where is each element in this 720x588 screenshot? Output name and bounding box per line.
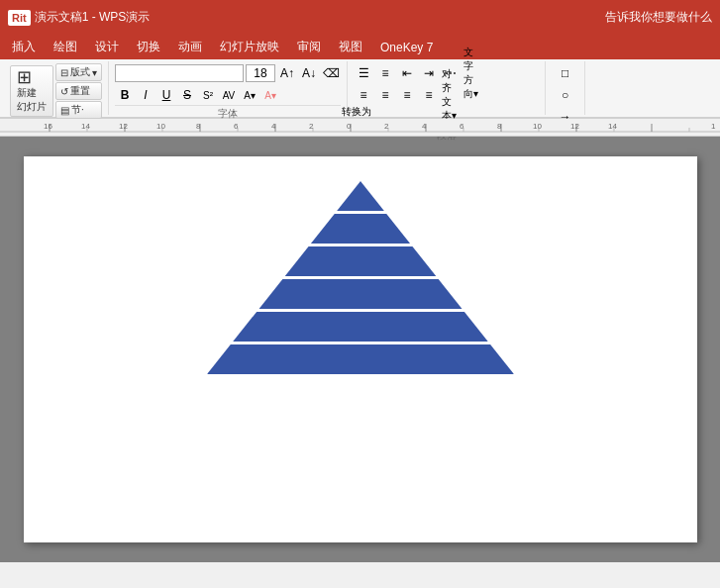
svg-rect-47 xyxy=(192,276,529,279)
svg-text:8: 8 xyxy=(497,122,502,131)
shape1-button[interactable]: □ xyxy=(556,63,575,83)
section-icon: ▤ xyxy=(60,105,69,116)
shadow-button[interactable]: S² xyxy=(198,85,218,105)
svg-rect-50 xyxy=(192,181,207,379)
main-editing-area[interactable] xyxy=(0,137,720,562)
svg-text:10: 10 xyxy=(156,122,165,131)
align-center-button[interactable]: ≡ xyxy=(375,85,395,105)
new-slide-button[interactable]: ⊞ 新建 幻灯片 xyxy=(10,65,53,117)
svg-text:12: 12 xyxy=(570,122,579,131)
section-button[interactable]: ▤节· xyxy=(55,101,102,119)
svg-text:1: 1 xyxy=(711,122,716,131)
ribbon-group-paragraph: ☰ ≡ ⇤ ⇥ ⋯ 文字方向▾ ≡ ≡ ≡ ≡ 对齐文本▾ 转换为 SmartA… xyxy=(348,61,546,115)
menu-animation[interactable]: 动画 xyxy=(170,37,210,57)
strikethrough-button[interactable]: S xyxy=(177,85,197,105)
font-size-input[interactable] xyxy=(246,64,275,82)
menu-draw[interactable]: 绘图 xyxy=(46,37,85,57)
align-text-button[interactable]: 对齐文本▾ xyxy=(441,85,461,105)
layout-icon: ⊟ xyxy=(60,67,68,78)
new-slide-label: 新建 xyxy=(17,86,47,100)
svg-text:0: 0 xyxy=(347,122,352,131)
svg-text:2: 2 xyxy=(309,122,314,131)
svg-rect-46 xyxy=(192,244,529,246)
font-grow-button[interactable]: A↑ xyxy=(277,63,297,83)
svg-rect-48 xyxy=(192,309,529,312)
pyramid-shape xyxy=(192,181,529,538)
slide-content xyxy=(192,181,529,538)
menu-review[interactable]: 审阅 xyxy=(289,37,329,57)
bullet-list-button[interactable]: ☰ xyxy=(354,63,373,83)
font-color-picker-button[interactable]: A▾ xyxy=(240,85,259,105)
menu-view[interactable]: 视图 xyxy=(331,37,370,57)
svg-text:12: 12 xyxy=(119,122,128,131)
new-slide-label2: 幻灯片 xyxy=(17,100,47,114)
menu-slideshow[interactable]: 幻灯片放映 xyxy=(212,37,287,57)
title-bar: Rit 演示文稿1 - WPS演示 告诉我你想要做什么 xyxy=(0,0,720,35)
app-logo: Rit xyxy=(8,10,31,26)
menu-transition[interactable]: 切换 xyxy=(129,37,168,57)
svg-rect-51 xyxy=(514,181,529,379)
help-hint[interactable]: 告诉我你想要做什么 xyxy=(605,9,712,26)
svg-text:6: 6 xyxy=(234,122,239,131)
ribbon-group-slides: ⊞ 新建 幻灯片 ⊟版式▾ ↺重置 ▤节· 幻 xyxy=(4,61,109,115)
shapes-group-inner: □ ○ → xyxy=(556,63,575,127)
ribbon: ⊞ 新建 幻灯片 ⊟版式▾ ↺重置 ▤节· 幻 xyxy=(0,59,720,119)
svg-text:14: 14 xyxy=(608,122,617,131)
section-label: 节· xyxy=(71,103,84,117)
svg-text:6: 6 xyxy=(460,122,464,131)
slides-group-inner: ⊞ 新建 幻灯片 ⊟版式▾ ↺重置 ▤节· xyxy=(10,63,102,119)
clear-format-button[interactable]: ⌫ xyxy=(321,63,341,83)
svg-text:14: 14 xyxy=(81,122,90,131)
svg-text:10: 10 xyxy=(533,122,542,131)
ruler: // This won't execute here, ruler marks … xyxy=(0,119,720,137)
align-left-button[interactable]: ≡ xyxy=(354,85,373,105)
svg-rect-42 xyxy=(207,344,514,374)
menu-bar: 插入 绘图 设计 切换 动画 幻灯片放映 审阅 视图 OneKey 7 xyxy=(0,35,720,59)
reset-icon: ↺ xyxy=(60,86,68,97)
underline-button[interactable]: U xyxy=(156,85,176,105)
ruler-svg: // This won't execute here, ruler marks … xyxy=(0,119,720,136)
increase-indent-button[interactable]: ⇥ xyxy=(419,63,439,83)
align-right-button[interactable]: ≡ xyxy=(397,85,417,105)
svg-text:16: 16 xyxy=(44,122,52,131)
svg-text:4: 4 xyxy=(271,122,276,131)
ribbon-group-shapes: □ ○ → xyxy=(546,61,585,115)
text-direction-button[interactable]: 文字方向▾ xyxy=(463,63,482,83)
title-bar-left: Rit 演示文稿1 - WPS演示 xyxy=(8,9,150,26)
svg-text:2: 2 xyxy=(384,122,389,131)
numbered-list-button[interactable]: ≡ xyxy=(375,63,395,83)
reset-label: 重置 xyxy=(70,84,90,98)
svg-text:4: 4 xyxy=(422,122,427,131)
reset-button[interactable]: ↺重置 xyxy=(55,82,102,100)
svg-rect-45 xyxy=(192,211,529,214)
char-spacing-button[interactable]: AV xyxy=(219,85,239,105)
layout-button[interactable]: ⊟版式▾ xyxy=(55,63,102,81)
document-title: 演示文稿1 - WPS演示 xyxy=(35,9,151,26)
layout-label: 版式 xyxy=(70,65,90,79)
ribbon-group-font: A↑ A↓ ⌫ B I U S S² AV A▾ A▾ 字体 xyxy=(109,61,348,115)
bold-button[interactable]: B xyxy=(115,85,135,105)
shape2-button[interactable]: ○ xyxy=(556,85,575,105)
svg-rect-49 xyxy=(192,342,529,344)
decrease-indent-button[interactable]: ⇤ xyxy=(397,63,417,83)
menu-design[interactable]: 设计 xyxy=(87,37,127,57)
menu-onekey[interactable]: OneKey 7 xyxy=(372,39,441,56)
svg-text:8: 8 xyxy=(196,122,201,131)
svg-rect-52 xyxy=(192,374,529,538)
ribbon-top: ⊞ 新建 幻灯片 ⊟版式▾ ↺重置 ▤节· 幻 xyxy=(0,59,720,117)
font-name-input[interactable] xyxy=(115,64,244,82)
font-shrink-button[interactable]: A↓ xyxy=(299,63,319,83)
highlight-button[interactable]: A▾ xyxy=(260,85,280,105)
italic-button[interactable]: I xyxy=(136,85,155,105)
menu-insert[interactable]: 插入 xyxy=(4,37,44,57)
slide-canvas[interactable] xyxy=(24,156,697,542)
justify-button[interactable]: ≡ xyxy=(419,85,439,105)
